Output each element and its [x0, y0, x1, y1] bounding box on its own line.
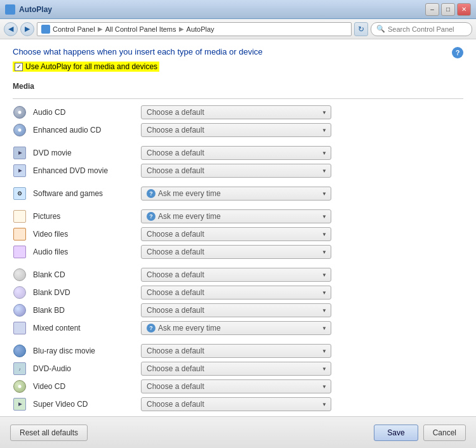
- enhanced-audio-cd-icon: [13, 123, 27, 137]
- software-icon: ⚙: [13, 187, 27, 201]
- blank-dvd-icon: [13, 286, 26, 299]
- media-row: Blank CD Choose a default ▼: [13, 268, 463, 282]
- pictures-icon-container: [13, 209, 27, 223]
- super-video-cd-dropdown[interactable]: Choose a default ▼: [141, 397, 331, 411]
- bluray-dropdown[interactable]: Choose a default ▼: [141, 344, 331, 358]
- blank-bd-value: Choose a default: [147, 306, 204, 315]
- main-content: ? Choose what happens when you insert ea…: [0, 39, 476, 416]
- video-cd-label: Video CD: [33, 382, 135, 391]
- enhanced-dvd-value: Choose a default: [147, 166, 204, 175]
- media-row: Blu-ray disc movie Choose a default ▼: [13, 344, 463, 358]
- video-files-label: Video files: [33, 230, 135, 239]
- maximize-button[interactable]: □: [441, 3, 455, 16]
- software-value: ? Ask me every time: [147, 189, 221, 198]
- bottom-bar: Reset all defaults Save Cancel: [0, 416, 476, 448]
- video-files-dropdown[interactable]: Choose a default ▼: [141, 227, 331, 241]
- dvd-audio-label: DVD-Audio: [33, 364, 135, 373]
- media-row: ▶ Enhanced DVD movie Choose a default ▼: [13, 164, 463, 178]
- minimize-button[interactable]: –: [425, 3, 439, 16]
- enhanced-audio-cd-label: Enhanced audio CD: [33, 126, 135, 135]
- super-video-cd-icon: ▶: [13, 398, 26, 411]
- media-row: Audio CD Choose a default ▼: [13, 105, 463, 119]
- enhanced-dvd-dropdown[interactable]: Choose a default ▼: [141, 164, 331, 178]
- video-files-icon: [13, 228, 26, 240]
- search-input[interactable]: [388, 25, 466, 33]
- action-buttons: Save Cancel: [374, 425, 466, 441]
- mixed-content-dropdown[interactable]: ? Ask me every time ▼: [141, 321, 331, 335]
- pictures-label: Pictures: [33, 212, 135, 221]
- dvd-movie-dropdown[interactable]: Choose a default ▼: [141, 146, 331, 160]
- window-title: AutoPlay: [19, 5, 52, 14]
- forward-button[interactable]: ▶: [20, 22, 34, 36]
- media-row: Mixed content ? Ask me every time ▼: [13, 321, 463, 335]
- chevron-down-icon: ▼: [322, 308, 327, 313]
- chevron-down-icon: ▼: [322, 150, 327, 156]
- video-cd-dropdown[interactable]: Choose a default ▼: [141, 379, 331, 393]
- blank-bd-icon: [13, 304, 26, 317]
- bluray-disc-icon: [13, 345, 26, 357]
- pictures-dropdown[interactable]: ? Ask me every time ▼: [141, 209, 331, 223]
- enhanced-dvd-label: Enhanced DVD movie: [33, 166, 135, 175]
- address-icon: [41, 25, 50, 34]
- enhanced-audio-cd-dropdown[interactable]: Choose a default ▼: [141, 123, 331, 137]
- autoplay-checkbox-highlight[interactable]: ✓ Use AutoPlay for all media and devices: [13, 62, 159, 72]
- dvd-icon: ▶: [13, 147, 26, 159]
- blank-bd-dropdown[interactable]: Choose a default ▼: [141, 303, 331, 317]
- autoplay-checkbox[interactable]: ✓: [15, 63, 23, 71]
- cd-enhanced-icon: [13, 124, 26, 136]
- media-row: ▶ Super Video CD Choose a default ▼: [13, 397, 463, 411]
- bluray-value: Choose a default: [147, 346, 204, 355]
- media-section-header: Media: [13, 82, 463, 93]
- close-button[interactable]: ✕: [457, 3, 471, 16]
- search-box[interactable]: 🔍: [371, 22, 472, 36]
- audio-cd-value: Choose a default: [147, 108, 204, 117]
- software-games-icon: ⚙: [13, 187, 26, 200]
- audio-cd-dropdown[interactable]: Choose a default ▼: [141, 105, 331, 119]
- blank-bd-label: Blank BD: [33, 306, 135, 315]
- chevron-down-icon: ▼: [322, 110, 327, 115]
- sep2: ▶: [179, 25, 184, 32]
- dvd-movie-icon: ▶: [13, 146, 27, 160]
- address-bar: ◀ ▶ Control Panel ▶ All Control Panel It…: [0, 19, 476, 39]
- media-row: Enhanced audio CD Choose a default ▼: [13, 123, 463, 137]
- chevron-down-icon: ▼: [322, 384, 327, 390]
- chevron-down-icon: ▼: [322, 326, 327, 331]
- bluray-label: Blu-ray disc movie: [33, 346, 135, 355]
- media-row: Pictures ? Ask me every time ▼: [13, 209, 463, 223]
- enhanced-audio-cd-value: Choose a default: [147, 126, 204, 135]
- enhanced-dvd-icon: ▶: [13, 164, 27, 178]
- media-row: Video CD Choose a default ▼: [13, 379, 463, 393]
- blank-cd-dropdown[interactable]: Choose a default ▼: [141, 268, 331, 282]
- blank-bd-icon-container: [13, 303, 27, 317]
- spacer: [13, 141, 463, 146]
- save-button[interactable]: Save: [374, 425, 418, 441]
- spacer: [13, 181, 463, 187]
- media-divider: [13, 98, 463, 99]
- chevron-down-icon: ▼: [322, 128, 327, 133]
- audio-files-icon: [13, 246, 26, 258]
- pictures-icon: [13, 210, 26, 223]
- dvd-audio-icon: ♪: [13, 362, 26, 375]
- video-cd-value: Choose a default: [147, 382, 204, 391]
- chevron-down-icon: ▼: [322, 232, 327, 237]
- chevron-down-icon: ▼: [322, 366, 327, 372]
- reset-all-defaults-button[interactable]: Reset all defaults: [10, 425, 88, 441]
- blank-dvd-dropdown[interactable]: Choose a default ▼: [141, 286, 331, 300]
- mixed-content-value: ? Ask me every time: [147, 324, 221, 333]
- software-dropdown[interactable]: ? Ask me every time ▼: [141, 187, 331, 201]
- audio-files-icon-container: [13, 245, 27, 259]
- media-row: ♪ DVD-Audio Choose a default ▼: [13, 362, 463, 376]
- refresh-button[interactable]: ↻: [354, 22, 368, 36]
- page-title: Choose what happens when you insert each…: [13, 47, 463, 56]
- chevron-down-icon: ▼: [322, 191, 327, 197]
- media-row: Video files Choose a default ▼: [13, 227, 463, 241]
- dvd-audio-dropdown[interactable]: Choose a default ▼: [141, 362, 331, 376]
- cancel-button[interactable]: Cancel: [423, 425, 466, 441]
- audio-files-dropdown[interactable]: Choose a default ▼: [141, 245, 331, 259]
- back-button[interactable]: ◀: [4, 22, 18, 36]
- title-bar-left: AutoPlay: [5, 4, 52, 15]
- address-path[interactable]: Control Panel ▶ All Control Panel Items …: [37, 22, 352, 36]
- help-icon[interactable]: ?: [452, 47, 463, 58]
- title-bar: AutoPlay – □ ✕: [0, 0, 476, 19]
- blank-cd-value: Choose a default: [147, 270, 204, 279]
